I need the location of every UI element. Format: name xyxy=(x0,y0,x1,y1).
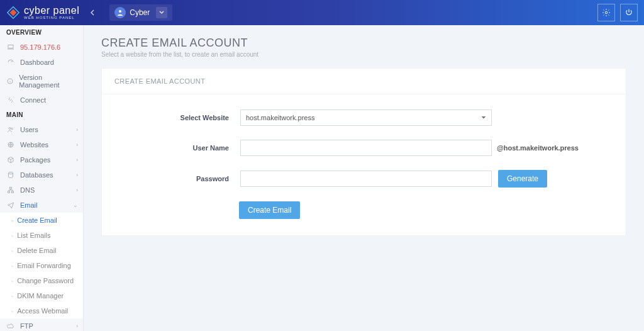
sitemap-icon xyxy=(6,186,15,194)
svg-rect-12 xyxy=(12,191,14,193)
user-menu[interactable]: Cyber xyxy=(109,4,172,21)
website-label: Select Website xyxy=(114,114,240,121)
sidebar: OVERVIEW95.179.176.6DashboardVersion Man… xyxy=(0,25,84,331)
sidebar-item-label: Websites xyxy=(20,141,48,149)
svg-rect-11 xyxy=(8,191,10,193)
sidebar-item-label: DNS xyxy=(20,186,35,194)
chevron-down-icon xyxy=(156,7,167,18)
svg-rect-10 xyxy=(10,188,12,189)
logo[interactable]: cyber panel WEB HOSTING PANEL xyxy=(6,6,79,20)
sidebar-item-label: 95.179.176.6 xyxy=(20,43,60,51)
sidebar-subitem-change-password[interactable]: Change Password xyxy=(0,273,83,288)
sidebar-subitem-create-email[interactable]: Create Email xyxy=(0,213,83,228)
sidebar-subitem-dkim-manager[interactable]: DKIM Manager xyxy=(0,288,83,303)
sidebar-item-label: FTP xyxy=(20,322,33,330)
sidebar-item-95-179-176-6[interactable]: 95.179.176.6 xyxy=(0,40,83,55)
link-icon xyxy=(6,96,15,104)
username-label: User Name xyxy=(114,144,240,152)
chevron-right-icon: › xyxy=(76,323,78,329)
sidebar-item-dns[interactable]: DNS› xyxy=(0,182,83,198)
user-name: Cyber xyxy=(130,8,150,17)
chevron-right-icon: › xyxy=(76,142,78,148)
chevron-right-icon: › xyxy=(76,157,78,163)
brand-name: cyber panel xyxy=(24,6,79,16)
sidebar-item-label: Version Management xyxy=(19,74,77,89)
password-input[interactable] xyxy=(240,171,492,187)
sidebar-item-connect[interactable]: Connect xyxy=(0,93,83,108)
chevron-right-icon: › xyxy=(76,126,78,133)
svg-point-9 xyxy=(9,172,13,174)
sidebar-item-label: Email xyxy=(20,201,38,209)
users-icon xyxy=(6,126,15,133)
create-email-button[interactable]: Create Email xyxy=(239,201,300,219)
svg-point-7 xyxy=(11,128,13,130)
sidebar-subitem-list-emails[interactable]: List Emails xyxy=(0,228,83,243)
sidebar-subitem-email-forwarding[interactable]: Email Forwarding xyxy=(0,258,83,273)
website-select[interactable]: host.makeitwork.press xyxy=(240,109,492,126)
sidebar-item-dashboard[interactable]: Dashboard xyxy=(0,55,83,70)
svg-point-2 xyxy=(119,10,121,13)
page-subtitle: Select a website from the list, to creat… xyxy=(101,51,626,58)
sidebar-item-databases[interactable]: Databases› xyxy=(0,167,83,182)
db-icon xyxy=(6,171,15,179)
main-content: CREATE EMAIL ACCOUNT Select a website fr… xyxy=(84,25,644,331)
sidebar-item-packages[interactable]: Packages› xyxy=(0,152,83,167)
sidebar-subitem-access-webmail[interactable]: Access Webmail xyxy=(0,303,83,318)
info-icon xyxy=(6,77,14,85)
svg-point-6 xyxy=(9,128,11,130)
sidebar-section-header: OVERVIEW xyxy=(0,25,83,40)
logo-icon xyxy=(6,6,20,20)
send-icon xyxy=(6,201,15,209)
power-icon xyxy=(625,8,633,17)
sidebar-item-label: Users xyxy=(20,126,38,133)
svg-point-3 xyxy=(605,11,608,14)
sidebar-item-websites[interactable]: Websites› xyxy=(0,137,83,152)
laptop-icon xyxy=(6,43,15,51)
power-button[interactable] xyxy=(620,4,638,21)
sidebar-item-users[interactable]: Users› xyxy=(0,122,83,137)
sidebar-item-label: Databases xyxy=(20,171,53,179)
chevron-right-icon: › xyxy=(76,172,78,178)
cloud-icon xyxy=(6,322,15,330)
sidebar-item-label: Dashboard xyxy=(20,59,54,66)
password-label: Password xyxy=(114,175,240,182)
chevron-right-icon: › xyxy=(76,187,78,193)
box-icon xyxy=(6,156,15,164)
create-email-card: CREATE EMAIL ACCOUNT Select Website host… xyxy=(101,68,626,236)
generate-password-button[interactable]: Generate xyxy=(498,170,547,188)
sidebar-item-version-management[interactable]: Version Management xyxy=(0,70,83,93)
settings-button[interactable] xyxy=(597,4,615,21)
sidebar-item-label: Connect xyxy=(20,96,46,104)
sidebar-collapse-button[interactable] xyxy=(87,5,98,20)
user-avatar-icon xyxy=(114,7,126,18)
card-title: CREATE EMAIL ACCOUNT xyxy=(102,69,626,94)
sidebar-section-header: MAIN xyxy=(0,108,83,122)
sidebar-item-ftp[interactable]: FTP› xyxy=(0,318,83,331)
svg-rect-4 xyxy=(8,45,13,48)
globe-icon xyxy=(6,141,15,149)
sidebar-subitem-delete-email[interactable]: Delete Email xyxy=(0,243,83,258)
sidebar-item-label: Packages xyxy=(20,156,50,164)
gear-icon xyxy=(602,8,611,17)
chevron-down-icon: ⌄ xyxy=(73,202,78,208)
brand-sub: WEB HOSTING PANEL xyxy=(24,16,79,20)
sidebar-item-email[interactable]: Email⌄ xyxy=(0,198,83,213)
page-title: CREATE EMAIL ACCOUNT xyxy=(101,36,626,50)
dash-icon xyxy=(6,59,15,66)
svg-marker-1 xyxy=(10,9,17,16)
username-input[interactable] xyxy=(240,140,492,156)
username-domain-suffix: @host.makeitwork.press xyxy=(497,144,579,152)
